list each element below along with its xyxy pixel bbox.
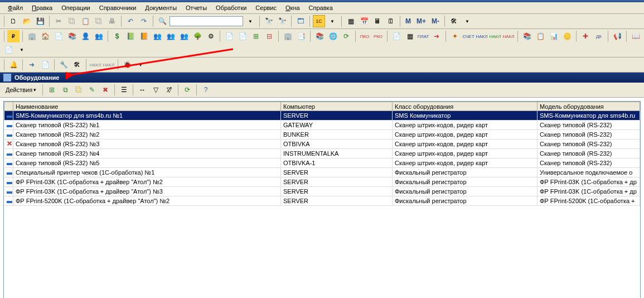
save-icon[interactable]: 💾 [34,15,46,27]
copy2-icon[interactable]: ⿻ [93,15,105,27]
building-icon[interactable]: 🏢 [26,30,38,42]
table-row[interactable]: Специальный принтер чеков (1С-обработка)… [4,168,640,177]
mem-m[interactable]: M [403,17,413,25]
menu-service[interactable]: Сервис [251,3,281,12]
plat-icon[interactable]: ПЛАТ [417,30,429,42]
plus-icon[interactable]: ✚ [579,30,592,42]
star-icon[interactable]: ✦ [449,30,461,42]
arrow2-icon[interactable]: ➜ [26,59,38,71]
menu-processing[interactable]: Обработки [211,3,251,12]
bell-icon[interactable]: 🔔 [7,59,20,71]
menu-file[interactable]: ФФайлайл [3,3,27,12]
schet-icon[interactable]: СЧЕТ [462,30,474,42]
tools-icon[interactable]: 🛠 [448,15,460,27]
building2-icon[interactable]: 🏢 [282,30,294,42]
people3-icon[interactable]: 👥 [178,30,190,42]
pko-icon[interactable]: ПКО [359,30,371,42]
team2-icon[interactable]: 👥 [164,30,177,42]
table-row[interactable]: Сканер типовой (RS-232) №3OTBIVKAСканер … [4,140,640,149]
paste-icon[interactable]: 📋 [79,15,91,27]
filter-off-icon[interactable]: ▽̸ [163,84,175,96]
wrench2-icon[interactable]: 🛠 [71,59,83,71]
mem-mminus[interactable]: M- [429,17,442,25]
new-doc-icon[interactable]: 🗋 [7,15,20,27]
find-icon[interactable]: 🔍 [156,15,168,27]
dropdown4-icon[interactable]: ▼ [16,44,28,56]
doc-small-icon[interactable]: 📄 [39,59,51,71]
window-icon[interactable]: 🗔 [294,15,307,27]
print-icon[interactable]: 🖶 [106,15,118,27]
table-row[interactable]: Сканер типовой (RS-232) №4INSTRUMENTALKA… [4,149,640,158]
form-icon[interactable]: 📋 [534,30,546,42]
book-icon[interactable]: 📖 [630,30,642,42]
house-icon[interactable]: 🏠 [39,30,51,42]
menu-reports[interactable]: Отчеты [181,3,211,12]
table-row[interactable]: ФР FPrint-03K (1С-обработка + драйвер "А… [4,177,640,187]
nakl2-icon[interactable]: НАКЛ [89,59,101,71]
chart-icon[interactable]: 📊 [548,30,560,42]
move-icon[interactable]: ↔ [136,84,148,96]
menu-catalogs[interactable]: Справочники [95,3,141,12]
calc-icon[interactable]: 🖩 [371,15,384,27]
table-row[interactable]: ФР FPrint-5200K (1С-обработка + драйвер … [4,196,640,206]
add-group-icon[interactable]: ⧉ [59,84,71,96]
arrow-red-icon[interactable]: ➜ [430,30,443,42]
table-row[interactable]: Сканер типовой (RS-232) №5OTBIVKA-1Скане… [4,158,640,168]
col-name[interactable]: Наименование [13,102,281,111]
menu-operations[interactable]: Операции [57,3,94,12]
mem-mplus[interactable]: M+ [414,17,428,25]
hierarchy-icon[interactable]: ☰ [118,84,130,96]
col-icon[interactable] [4,102,13,111]
books-icon[interactable]: 📚 [66,30,78,42]
books3-icon[interactable]: 📚 [521,30,533,42]
refresh2-icon[interactable]: ⟳ [181,84,193,96]
team-icon[interactable]: 👥 [151,30,163,42]
cal2-icon[interactable]: 🗓 [385,15,397,27]
gear-icon[interactable]: ⚙ [205,30,217,42]
col-computer[interactable]: Компьютер [281,102,393,111]
table-row[interactable]: ФР FPrint-03K (1С-обработка + драйвер "А… [4,187,640,196]
delete-item-icon[interactable]: ✖ [99,84,112,96]
binoculars-icon[interactable]: 🔭 [263,15,275,27]
report-icon[interactable]: 📄 [2,44,14,56]
doc-plus-icon[interactable]: ⊞ [250,30,262,42]
table-row[interactable]: Сканер типовой (RS-232) №2BUNKERСканер ш… [4,130,640,140]
copy-item-icon[interactable]: ⿻ [72,84,85,96]
docs-icon[interactable]: 📄 [390,30,403,42]
people-icon[interactable]: 👥 [93,30,105,42]
doc-minus-icon[interactable]: ⊟ [263,30,275,42]
dropdown3-icon[interactable]: ▼ [461,15,473,27]
open-icon[interactable]: 📂 [21,15,33,27]
col-class[interactable]: Класс оборудования [393,102,538,111]
doc-green-icon[interactable]: 📗 [124,30,137,42]
nakl-plus-icon[interactable]: НАКЛ [489,30,501,42]
dropdown-icon[interactable]: ▼ [244,15,256,27]
dropdown5-icon[interactable]: ▼ [134,59,147,71]
doc2-icon[interactable]: 📄 [236,30,249,42]
add-item-icon[interactable]: ⊞ [46,84,58,96]
calendar-icon[interactable]: 📅 [358,15,370,27]
menu-windows[interactable]: Окна [281,3,304,12]
table-row[interactable]: SMS-Коммуникатор для sms4b.ru №1SERVERSM… [4,111,640,121]
menu-documents[interactable]: Документы [141,3,181,12]
1c-icon[interactable]: 1С [313,15,325,27]
actions-dropdown[interactable]: Действия [2,85,40,94]
globe-icon[interactable]: 🌐 [327,30,339,42]
menu-edit[interactable]: Правка [27,3,57,12]
grid-icon[interactable]: ▦ [345,15,357,27]
binoculars2-icon[interactable]: 🔭 [276,15,288,27]
person-icon[interactable]: 👤 [79,30,91,42]
doc-orange-icon[interactable]: 📙 [138,30,150,42]
table-icon[interactable]: ▦ [404,30,416,42]
rko-icon[interactable]: РКО [372,30,384,42]
nakl-icon[interactable]: НАКЛ [476,30,488,42]
dollar-icon[interactable]: $ [111,30,123,42]
edit-item-icon[interactable]: ✎ [86,84,98,96]
nakl-minus-icon[interactable]: НАКЛ [502,30,515,42]
dk-icon[interactable]: ДК [593,30,605,42]
filter-icon[interactable]: ▽ [149,84,162,96]
megaphone-icon[interactable]: 📢 [611,30,623,42]
undo-icon[interactable]: ↶ [124,15,137,27]
doc1-icon[interactable]: 📄 [223,30,235,42]
bug-icon[interactable]: 🐞 [121,59,133,71]
